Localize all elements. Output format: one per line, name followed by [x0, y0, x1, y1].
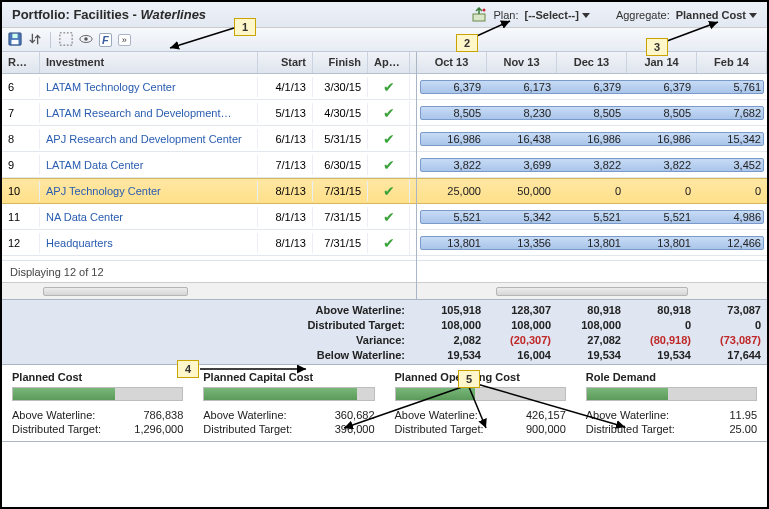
right-grid-header: Oct 13Nov 13Dec 13Jan 14Feb 14 — [417, 52, 767, 74]
scroll-thumb[interactable] — [496, 287, 689, 296]
cell-finish: 3/30/15 — [313, 77, 368, 97]
aggregate-dropdown[interactable]: Planned Cost — [676, 9, 757, 21]
expand-button[interactable]: » — [118, 34, 131, 46]
col-finish[interactable]: Finish — [313, 52, 368, 73]
callout-4-num: 4 — [185, 363, 191, 375]
investment-link[interactable]: LATAM Technology Center — [40, 77, 258, 97]
value-row[interactable]: 25,00050,000000 — [417, 178, 767, 204]
value-row[interactable]: 13,80113,35613,80113,80112,466 — [417, 230, 767, 256]
value-row[interactable]: 8,5058,2308,5058,5057,682 — [417, 100, 767, 126]
right-scrollbar[interactable] — [417, 282, 767, 299]
investment-link[interactable]: NA Data Center — [40, 207, 258, 227]
metric-dist-line: Distributed Target:396,000 — [203, 423, 374, 435]
table-row[interactable]: 12Headquarters8/1/137/31/15✔ — [2, 230, 416, 256]
save-icon[interactable] — [8, 32, 22, 48]
value-row[interactable]: 5,7335,5485,7335,7335,178 — [417, 256, 767, 260]
function-icon[interactable]: F — [99, 33, 112, 47]
metric-dist-value: 25.00 — [729, 423, 757, 435]
metric-above-value: 360,682 — [335, 409, 375, 421]
value-cell: 13,801 — [557, 237, 627, 249]
svg-rect-4 — [12, 33, 17, 37]
investment-link[interactable]: APJ Technology Center — [40, 181, 258, 201]
totals-dist-values: 108,000108,000108,00000 — [417, 319, 767, 331]
value-row[interactable]: 16,98616,43816,98616,98615,342 — [417, 126, 767, 152]
right-grid-body: 6,3796,1736,3796,3795,7618,5058,2308,505… — [417, 74, 767, 260]
value-cell: 5,342 — [487, 211, 557, 223]
totals-variance-label: Variance: — [2, 334, 417, 346]
value-cell: 16,986 — [557, 133, 627, 145]
metric-card: Planned CostAbove Waterline:786,838Distr… — [2, 371, 193, 437]
page-title: Portfolio: Facilities - Waterlines — [12, 7, 206, 22]
month-column[interactable]: Oct 13 — [417, 52, 487, 73]
cell-start: 7/1/13 — [258, 155, 313, 175]
month-column[interactable]: Nov 13 — [487, 52, 557, 73]
metric-card: Planned Operating CostAbove Waterline:42… — [385, 371, 576, 437]
totals-below-label: Below Waterline: — [2, 349, 417, 361]
table-row[interactable]: 7LATAM Research and Development…5/1/134/… — [2, 100, 416, 126]
metric-meter — [203, 387, 374, 401]
left-grid-header: Rank Investment Start Finish Appro — [2, 52, 416, 74]
cell-rank: 8 — [2, 129, 40, 149]
table-row[interactable]: 9LATAM Data Center7/1/136/30/15✔ — [2, 152, 416, 178]
sort-icon[interactable] — [28, 32, 42, 48]
cell-approved: ✔ — [368, 205, 410, 229]
totals-cell: 2,082 — [417, 334, 487, 346]
metric-card: Planned Capital CostAbove Waterline:360,… — [193, 371, 384, 437]
col-start[interactable]: Start — [258, 52, 313, 73]
table-row[interactable]: 6LATAM Technology Center4/1/133/30/15✔ — [2, 74, 416, 100]
investment-link[interactable]: LATAM Data Center — [40, 155, 258, 175]
table-row[interactable]: 10APJ Technology Center8/1/137/31/15✔ — [2, 178, 416, 204]
investment-link[interactable]: LATAM Research and Development… — [40, 103, 258, 123]
metric-above-label: Above Waterline: — [203, 409, 286, 421]
col-rank[interactable]: Rank — [2, 52, 40, 73]
totals-cell: 108,000 — [557, 319, 627, 331]
value-cell: 5,761 — [697, 81, 767, 93]
table-row[interactable]: 8APJ Research and Development Center6/1/… — [2, 126, 416, 152]
cell-finish: 7/31/15 — [313, 181, 368, 201]
value-row[interactable]: 5,5215,3425,5215,5214,986 — [417, 204, 767, 230]
check-icon: ✔ — [383, 105, 395, 121]
left-scrollbar[interactable] — [2, 282, 416, 299]
col-investment[interactable]: Investment — [40, 52, 258, 73]
select-icon[interactable] — [59, 32, 73, 48]
month-column[interactable]: Dec 13 — [557, 52, 627, 73]
col-approved[interactable]: Appro — [368, 52, 410, 73]
value-row[interactable]: 3,8223,6993,8223,8223,452 — [417, 152, 767, 178]
investment-link[interactable]: Headquarters — [40, 233, 258, 253]
metric-card: Role DemandAbove Waterline:11.95Distribu… — [576, 371, 767, 437]
callout-3-num: 3 — [654, 41, 660, 53]
value-cell: 7,682 — [697, 107, 767, 119]
callout-1-num: 1 — [242, 21, 248, 33]
totals-cell: (73,087) — [697, 334, 767, 346]
cell-rank: 6 — [2, 77, 40, 97]
left-grid-body: 6LATAM Technology Center4/1/133/30/15✔7L… — [2, 74, 416, 260]
metric-above-label: Above Waterline: — [586, 409, 669, 421]
value-cell: 0 — [557, 185, 627, 197]
scroll-thumb[interactable] — [43, 287, 188, 296]
table-row[interactable]: 11NA Data Center8/1/137/31/15✔ — [2, 204, 416, 230]
totals-above: Above Waterline: 105,918128,30780,91880,… — [2, 302, 767, 317]
totals-cell: 80,918 — [627, 304, 697, 316]
totals-cell: (20,307) — [487, 334, 557, 346]
value-cell: 4,986 — [697, 211, 767, 223]
view-icon[interactable] — [79, 32, 93, 48]
value-cell: 5,521 — [627, 211, 697, 223]
aggregate-label: Aggregate: — [616, 9, 670, 21]
metric-meter — [586, 387, 757, 401]
value-row[interactable]: 6,3796,1736,3796,3795,761 — [417, 74, 767, 100]
value-cell: 6,379 — [627, 81, 697, 93]
totals-section: Above Waterline: 105,918128,30780,91880,… — [2, 300, 767, 365]
plan-dropdown[interactable]: [--Select--] — [524, 9, 589, 21]
metric-above-line: Above Waterline:786,838 — [12, 409, 183, 421]
meter-fill — [396, 388, 476, 400]
metric-dist-label: Distributed Target: — [395, 423, 484, 435]
investment-link[interactable]: APJ Research and Development Center — [40, 129, 258, 149]
totals-cell: 19,534 — [417, 349, 487, 361]
month-column[interactable]: Feb 14 — [697, 52, 767, 73]
cell-approved: ✔ — [368, 153, 410, 177]
check-icon: ✔ — [383, 235, 395, 251]
totals-cell: (80,918) — [627, 334, 697, 346]
metric-above-line: Above Waterline:360,682 — [203, 409, 374, 421]
value-cell: 16,986 — [417, 133, 487, 145]
metric-dist-line: Distributed Target:1,296,000 — [12, 423, 183, 435]
